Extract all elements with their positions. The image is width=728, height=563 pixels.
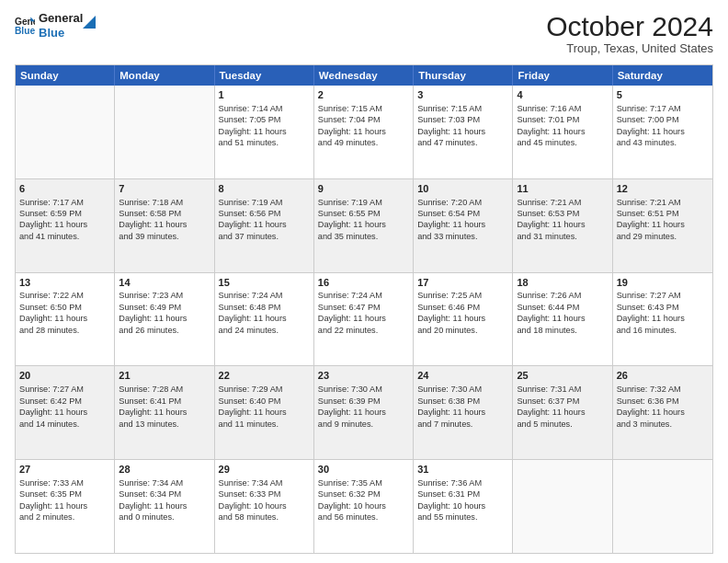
- cell-line-1: Sunset: 6:37 PM: [517, 396, 608, 407]
- cell-line-0: Sunrise: 7:25 AM: [417, 290, 508, 301]
- cell-line-3: and 9 minutes.: [318, 419, 409, 430]
- calendar-row-3: 20Sunrise: 7:27 AMSunset: 6:42 PMDayligh…: [16, 366, 712, 460]
- cell-line-1: Sunset: 6:40 PM: [219, 396, 310, 407]
- svg-text:Blue: Blue: [15, 25, 35, 35]
- calendar: SundayMondayTuesdayWednesdayThursdayFrid…: [15, 64, 713, 554]
- cell-line-0: Sunrise: 7:35 AM: [318, 477, 409, 488]
- day-number: 16: [318, 276, 409, 290]
- logo-icon: General Blue: [15, 16, 35, 36]
- cell-line-2: Daylight: 11 hours: [417, 219, 508, 230]
- cell-line-3: and 29 minutes.: [617, 231, 709, 242]
- day-number: 3: [417, 88, 508, 102]
- cell-line-3: and 7 minutes.: [417, 419, 508, 430]
- month-title: October 2024: [546, 11, 713, 41]
- cell-line-3: and 16 minutes.: [617, 325, 709, 336]
- cell-line-3: and 51 minutes.: [219, 137, 310, 148]
- header-day-sunday: Sunday: [16, 65, 115, 86]
- cell-line-3: and 47 minutes.: [417, 137, 508, 148]
- cell-line-3: and 37 minutes.: [219, 231, 310, 242]
- calendar-cell-22: 22Sunrise: 7:29 AMSunset: 6:40 PMDayligh…: [215, 366, 314, 459]
- day-number: 1: [219, 88, 310, 102]
- header-day-wednesday: Wednesday: [314, 65, 414, 86]
- day-number: 26: [617, 369, 709, 383]
- cell-line-0: Sunrise: 7:23 AM: [119, 290, 210, 301]
- calendar-cell-17: 17Sunrise: 7:25 AMSunset: 6:46 PMDayligh…: [414, 273, 513, 366]
- calendar-cell-12: 12Sunrise: 7:21 AMSunset: 6:51 PMDayligh…: [613, 179, 712, 272]
- cell-line-1: Sunset: 6:31 PM: [417, 488, 508, 500]
- calendar-cell-26: 26Sunrise: 7:32 AMSunset: 6:36 PMDayligh…: [613, 366, 712, 459]
- cell-line-1: Sunset: 7:00 PM: [617, 114, 709, 125]
- calendar-cell-19: 19Sunrise: 7:27 AMSunset: 6:43 PMDayligh…: [613, 273, 712, 366]
- day-number: 8: [219, 182, 310, 196]
- calendar-cell-7: 7Sunrise: 7:18 AMSunset: 6:58 PMDaylight…: [115, 179, 214, 272]
- calendar-row-0: 1Sunrise: 7:14 AMSunset: 7:05 PMDaylight…: [16, 86, 712, 179]
- day-number: 19: [617, 276, 709, 290]
- day-number: 15: [219, 276, 310, 290]
- calendar-cell-25: 25Sunrise: 7:31 AMSunset: 6:37 PMDayligh…: [513, 366, 612, 459]
- calendar-cell-3: 3Sunrise: 7:15 AMSunset: 7:03 PMDaylight…: [414, 86, 513, 178]
- cell-line-3: and 26 minutes.: [119, 325, 210, 336]
- calendar-cell-31: 31Sunrise: 7:36 AMSunset: 6:31 PMDayligh…: [414, 460, 513, 553]
- cell-line-0: Sunrise: 7:15 AM: [417, 103, 508, 114]
- day-number: 31: [417, 463, 508, 477]
- location: Troup, Texas, United States: [546, 41, 713, 55]
- cell-line-3: and 0 minutes.: [119, 511, 210, 523]
- cell-line-2: Daylight: 10 hours: [417, 500, 508, 511]
- calendar-cell-1: 1Sunrise: 7:14 AMSunset: 7:05 PMDaylight…: [215, 86, 314, 178]
- cell-line-1: Sunset: 6:46 PM: [417, 302, 508, 313]
- logo-general: General: [39, 11, 83, 26]
- cell-line-2: Daylight: 11 hours: [617, 407, 709, 418]
- cell-line-2: Daylight: 11 hours: [119, 219, 210, 230]
- day-number: 5: [617, 88, 709, 102]
- cell-line-3: and 49 minutes.: [318, 137, 409, 148]
- cell-line-0: Sunrise: 7:28 AM: [119, 384, 210, 395]
- cell-line-0: Sunrise: 7:24 AM: [219, 290, 310, 301]
- cell-line-0: Sunrise: 7:34 AM: [219, 477, 310, 488]
- calendar-cell-8: 8Sunrise: 7:19 AMSunset: 6:56 PMDaylight…: [215, 179, 314, 272]
- cell-line-1: Sunset: 6:43 PM: [617, 302, 709, 313]
- cell-line-0: Sunrise: 7:26 AM: [517, 290, 608, 301]
- day-number: 20: [19, 369, 110, 383]
- cell-line-1: Sunset: 6:34 PM: [119, 488, 210, 500]
- calendar-cell-13: 13Sunrise: 7:22 AMSunset: 6:50 PMDayligh…: [16, 273, 115, 366]
- cell-line-0: Sunrise: 7:27 AM: [19, 384, 110, 395]
- header: General Blue General Blue October 2024 T…: [15, 11, 713, 55]
- cell-line-3: and 13 minutes.: [119, 419, 210, 430]
- calendar-cell-21: 21Sunrise: 7:28 AMSunset: 6:41 PMDayligh…: [115, 366, 214, 459]
- cell-line-3: and 58 minutes.: [219, 511, 310, 523]
- header-day-friday: Friday: [513, 65, 612, 86]
- cell-line-0: Sunrise: 7:29 AM: [219, 384, 310, 395]
- cell-line-2: Daylight: 11 hours: [517, 126, 608, 137]
- day-number: 21: [119, 369, 210, 383]
- calendar-cell-29: 29Sunrise: 7:34 AMSunset: 6:33 PMDayligh…: [215, 460, 314, 553]
- calendar-cell-15: 15Sunrise: 7:24 AMSunset: 6:48 PMDayligh…: [215, 273, 314, 366]
- cell-line-1: Sunset: 6:54 PM: [417, 208, 508, 219]
- cell-line-0: Sunrise: 7:33 AM: [19, 477, 110, 488]
- cell-line-1: Sunset: 6:39 PM: [318, 396, 409, 407]
- cell-line-0: Sunrise: 7:24 AM: [318, 290, 409, 301]
- cell-line-0: Sunrise: 7:27 AM: [617, 290, 709, 301]
- calendar-header: SundayMondayTuesdayWednesdayThursdayFrid…: [16, 65, 712, 86]
- cell-line-1: Sunset: 6:38 PM: [417, 396, 508, 407]
- cell-line-0: Sunrise: 7:30 AM: [417, 384, 508, 395]
- cell-line-2: Daylight: 11 hours: [219, 126, 310, 137]
- calendar-cell-4: 4Sunrise: 7:16 AMSunset: 7:01 PMDaylight…: [513, 86, 612, 178]
- cell-line-0: Sunrise: 7:17 AM: [617, 103, 709, 114]
- cell-line-1: Sunset: 6:44 PM: [517, 302, 608, 313]
- logo-blue: Blue: [39, 26, 83, 40]
- day-number: 12: [617, 182, 709, 196]
- cell-line-3: and 22 minutes.: [318, 325, 409, 336]
- title-block: October 2024 Troup, Texas, United States: [546, 11, 713, 55]
- calendar-cell-10: 10Sunrise: 7:20 AMSunset: 6:54 PMDayligh…: [414, 179, 513, 272]
- cell-line-1: Sunset: 6:50 PM: [19, 302, 110, 313]
- cell-line-0: Sunrise: 7:30 AM: [318, 384, 409, 395]
- cell-line-2: Daylight: 11 hours: [318, 126, 409, 137]
- cell-line-0: Sunrise: 7:16 AM: [517, 103, 608, 114]
- calendar-cell-empty: [613, 460, 712, 553]
- calendar-row-2: 13Sunrise: 7:22 AMSunset: 6:50 PMDayligh…: [16, 273, 712, 367]
- cell-line-0: Sunrise: 7:20 AM: [417, 197, 508, 208]
- cell-line-2: Daylight: 11 hours: [517, 407, 608, 418]
- cell-line-0: Sunrise: 7:21 AM: [517, 197, 608, 208]
- day-number: 6: [19, 182, 110, 196]
- cell-line-1: Sunset: 6:58 PM: [119, 208, 210, 219]
